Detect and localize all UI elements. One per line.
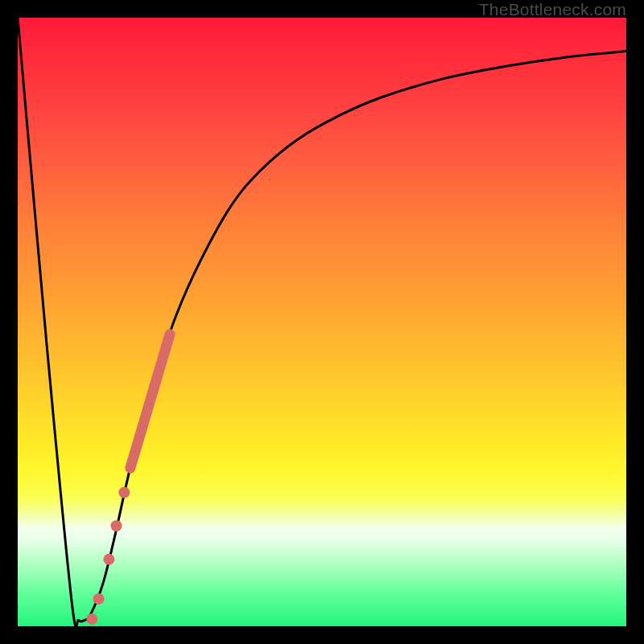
dot-3 bbox=[103, 554, 114, 565]
watermark-text: TheBottleneck.com bbox=[479, 0, 626, 19]
dot-5 bbox=[86, 613, 97, 625]
chart-frame: TheBottleneck.com bbox=[0, 0, 644, 644]
dot-1 bbox=[118, 487, 130, 498]
highlight-band bbox=[130, 334, 170, 468]
bottleneck-curve-path bbox=[18, 18, 626, 626]
plot-area bbox=[18, 18, 626, 626]
chart-svg bbox=[18, 18, 626, 626]
dot-2 bbox=[110, 520, 122, 531]
dot-4 bbox=[93, 593, 105, 605]
curve-layer bbox=[18, 18, 626, 626]
